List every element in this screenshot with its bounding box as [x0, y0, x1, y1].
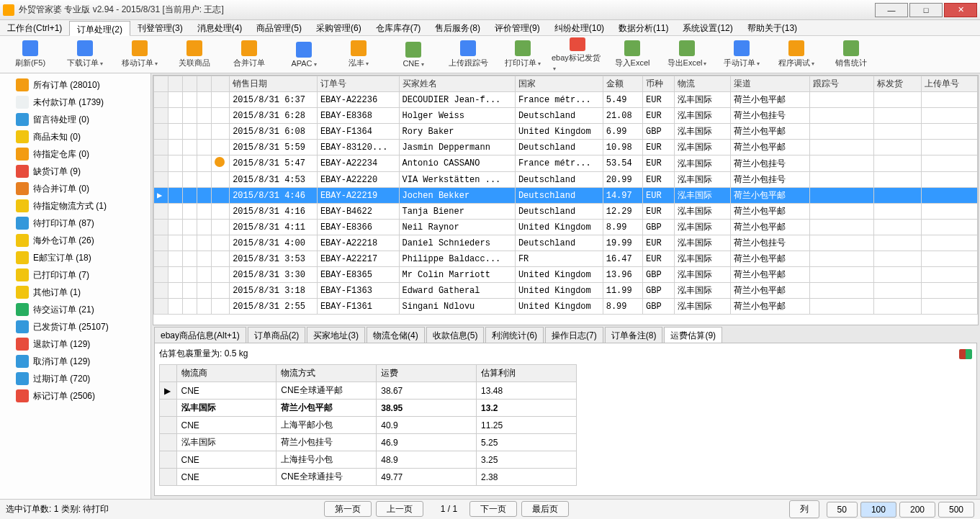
close-button[interactable]: ✕	[944, 3, 977, 17]
pagesize-button[interactable]: 50	[827, 502, 858, 518]
sidebar-item[interactable]: 商品未知 (0)	[1, 128, 149, 145]
shipping-estimate-grid[interactable]: 物流商物流方式运费估算利润 ▶CNECNE全球通平邮38.6713.48泓丰国际…	[159, 364, 577, 486]
table-row[interactable]: 2015/8/31 4:00EBAY-A22218Daniel Schniede…	[154, 235, 978, 251]
detail-tab[interactable]: 订单商品(2)	[248, 327, 306, 343]
toolbar-button[interactable]: 销售统计	[825, 37, 877, 72]
sidebar-item[interactable]: 待交运订单 (21)	[1, 301, 149, 318]
menu-item[interactable]: 帮助关于(13)	[740, 20, 804, 35]
toolbar-button[interactable]: 手动订单▾	[716, 37, 768, 72]
toolbar-button[interactable]: 打印订单▾	[497, 37, 549, 72]
table-row[interactable]: 2015/8/31 5:59EBAY-83120...Jasmin Depper…	[154, 140, 978, 155]
minimize-button[interactable]: —	[875, 3, 908, 17]
sidebar-item[interactable]: 待打印订单 (87)	[1, 215, 149, 232]
toolbar-button[interactable]: 导入Excel	[606, 37, 658, 72]
sidebar-item[interactable]: 缺货订单 (9)	[1, 163, 149, 180]
detail-tab[interactable]: 收款信息(5)	[426, 327, 485, 343]
ship-row[interactable]: CNECNE全球通挂号49.772.38	[160, 469, 577, 486]
menu-item[interactable]: 仓库库存(7)	[369, 20, 428, 35]
grid-header[interactable]: 上传单号	[922, 76, 978, 92]
menu-item[interactable]: 采购管理(6)	[309, 20, 369, 35]
pagesize-button[interactable]: 100	[860, 502, 896, 518]
sidebar-item[interactable]: 待合并订单 (0)	[1, 180, 149, 197]
grid-header[interactable]: 币种	[643, 76, 675, 92]
page-button[interactable]: 最后页	[521, 501, 569, 517]
toolbar-button[interactable]: 合并订单	[223, 37, 275, 72]
table-row[interactable]: 2015/8/31 3:18EBAY-F1363Edward GatheralU…	[154, 283, 978, 299]
sidebar-item[interactable]: 已发货订单 (25107)	[1, 318, 149, 335]
sidebar-item[interactable]: 过期订单 (720)	[1, 370, 149, 387]
ship-header[interactable]: 估算利润	[477, 365, 577, 382]
ship-row[interactable]: 泓丰国际荷兰小包平邮38.9513.2	[160, 400, 577, 417]
page-button[interactable]: 上一页	[376, 501, 423, 517]
toolbar-button[interactable]: 移动订单▾	[114, 37, 166, 72]
sidebar-item[interactable]: 取消订单 (129)	[1, 353, 149, 370]
ship-row[interactable]: CNE上海平邮小包40.911.25	[160, 417, 577, 434]
grid-header[interactable]: 销售日期	[230, 76, 318, 92]
sidebar-item[interactable]: 待指定仓库 (0)	[1, 145, 149, 163]
toolbar-button[interactable]: 导出Excel▾	[661, 37, 713, 72]
grid-header[interactable]: 订单号	[317, 76, 399, 92]
toolbar-button[interactable]: CNE▾	[387, 37, 439, 72]
menu-item[interactable]: 刊登管理(3)	[130, 20, 190, 35]
ship-header[interactable]: 物流商	[176, 365, 277, 382]
table-row[interactable]: 2015/8/31 4:53EBAY-A22220VIA Werkstätten…	[154, 172, 978, 188]
sidebar-item[interactable]: 退款订单 (129)	[1, 335, 149, 353]
toolbar-button[interactable]: 刷新(F5)	[4, 37, 56, 72]
table-row[interactable]: 2015/8/31 4:16EBAY-B4622Tanja BienerDeut…	[154, 204, 978, 220]
sidebar-item[interactable]: 留言待处理 (0)	[1, 111, 149, 128]
menu-item[interactable]: 订单处理(2)	[69, 21, 130, 36]
table-row[interactable]: 2015/8/31 6:28EBAY-E8368Holger WeissDeut…	[154, 108, 978, 124]
maximize-button[interactable]: □	[909, 3, 943, 17]
table-row[interactable]: 2015/8/31 4:11EBAY-E8366Neil RaynorUnite…	[154, 220, 978, 235]
toolbar-button[interactable]: 泓丰▾	[333, 37, 385, 72]
table-row[interactable]: 2015/8/31 3:30EBAY-E8365Mr Colin Marriot…	[154, 267, 978, 283]
ship-header[interactable]: 物流方式	[277, 365, 377, 382]
toolbar-button[interactable]: 关联商品	[168, 37, 220, 72]
menu-item[interactable]: 消息处理(4)	[190, 20, 250, 35]
sidebar-item[interactable]: 待指定物流方式 (1)	[1, 197, 149, 215]
pagesize-button[interactable]: 200	[899, 502, 935, 518]
grid-header[interactable]	[197, 76, 211, 92]
menu-item[interactable]: 工作台(Ctrl+1)	[0, 20, 69, 35]
table-row[interactable]: 2015/8/31 3:53EBAY-A22217Philippe Baldac…	[154, 251, 978, 267]
toolbar-button[interactable]: ebay标记发货▾	[552, 37, 603, 72]
page-button[interactable]: 第一页	[324, 501, 372, 517]
sidebar-item[interactable]: 所有订单 (28010)	[1, 76, 149, 94]
toolbar-button[interactable]: 程序调试▾	[770, 37, 822, 72]
table-row[interactable]: 2015/8/31 6:08EBAY-F1364Rory BakerUnited…	[154, 124, 978, 140]
grid-header[interactable]	[211, 76, 229, 92]
sidebar-item[interactable]: 已打印订单 (7)	[1, 266, 149, 284]
grid-header[interactable]: 渠道	[730, 76, 810, 92]
sidebar-item[interactable]: 海外仓订单 (26)	[1, 232, 149, 249]
toolbar-button[interactable]: 下载订单▾	[59, 37, 111, 72]
detail-tab[interactable]: 物流仓储(4)	[367, 327, 425, 343]
sidebar-item[interactable]: E邮宝订单 (18)	[1, 249, 149, 266]
detail-tab[interactable]: 利润统计(6)	[485, 327, 544, 343]
grid-header[interactable]: 物流	[675, 76, 730, 92]
table-row[interactable]: 2015/8/31 6:37EBAY-A22236DECOUDIER Jean-…	[154, 92, 978, 108]
detail-tab[interactable]: 操作日志(7)	[545, 327, 603, 343]
ship-row[interactable]: ▶CNECNE全球通平邮38.6713.48	[160, 382, 577, 400]
grid-header[interactable]	[154, 76, 168, 92]
sidebar-item[interactable]: 其他订单 (1)	[1, 284, 149, 301]
table-row[interactable]: ▶2015/8/31 4:46EBAY-A22219Jochen BekkerD…	[154, 188, 978, 204]
table-row[interactable]: 2015/8/31 5:47EBAY-A22234Antonio CASSANO…	[154, 155, 978, 172]
table-row[interactable]: 2015/8/31 2:55EBAY-F1361Singani NdlovuUn…	[154, 299, 978, 315]
menu-item[interactable]: 纠纷处理(10)	[547, 20, 611, 35]
menu-item[interactable]: 售后服务(8)	[428, 20, 487, 35]
toolbar-button[interactable]: APAC▾	[278, 37, 330, 72]
menu-item[interactable]: 评价管理(9)	[487, 20, 547, 35]
sidebar-item[interactable]: 标记订单 (2506)	[1, 387, 149, 405]
grid-header[interactable]: 国家	[515, 76, 603, 92]
grid-header[interactable]: 跟踪号	[810, 76, 874, 92]
grid-header[interactable]: 买家姓名	[399, 76, 515, 92]
page-button[interactable]: 下一页	[469, 501, 517, 517]
orders-grid[interactable]: 销售日期订单号买家姓名国家金额币种物流渠道跟踪号标发货上传单号2015/8/31…	[153, 75, 979, 325]
grid-header[interactable]	[168, 76, 182, 92]
menu-item[interactable]: 商品管理(5)	[249, 20, 309, 35]
menu-item[interactable]: 系统设置(12)	[675, 20, 740, 35]
detail-tab[interactable]: ebay商品信息(Alt+1)	[154, 327, 246, 343]
ship-row[interactable]: 泓丰国际荷兰小包挂号46.95.25	[160, 434, 577, 451]
detail-tab[interactable]: 运费估算(9)	[664, 327, 722, 343]
menu-item[interactable]: 数据分析(11)	[611, 20, 675, 35]
